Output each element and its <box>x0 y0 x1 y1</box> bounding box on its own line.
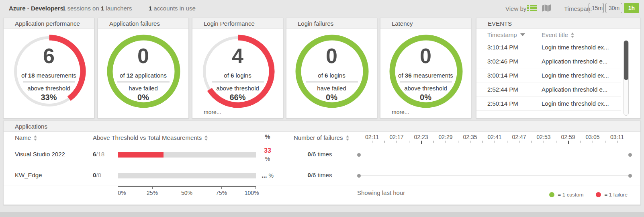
sort-name[interactable]: Name <box>15 134 37 141</box>
percent-cell: ... % <box>258 171 277 180</box>
gauge-value: 0 <box>420 45 431 67</box>
sessions-text: sessions on <box>67 5 99 12</box>
applications-title: Applications <box>4 121 640 132</box>
timeline-track <box>358 155 631 155</box>
map-view-icon[interactable] <box>542 4 551 12</box>
event-row[interactable]: 3:02:46 PM Application threshold e... <box>476 54 621 68</box>
gauge: 4 of 6 logins above threshold 66% <box>192 29 283 118</box>
event-timestamp: 2:50:14 PM <box>487 96 518 111</box>
event-row[interactable]: 2:52:44 PM Application threshold e... <box>476 82 621 96</box>
event-row[interactable]: 3:10:14 PM Login time threshold ex... <box>476 40 621 54</box>
gauge: 6 of 18 measurements above threshold 33% <box>4 29 94 118</box>
sort-percent[interactable]: % <box>258 133 277 140</box>
accounts-count: 1 <box>149 5 152 12</box>
gauge-divider <box>400 82 452 82</box>
accounts-text: accounts in use <box>154 5 196 12</box>
top-bar: Azure - Developers 1 sessions on 1 launc… <box>0 0 644 16</box>
measurements-count: 0/0 <box>93 172 101 178</box>
application-name: KW_Edge <box>15 172 42 178</box>
view-by-label: View by <box>505 5 526 12</box>
timespan-label: Timespan: <box>564 5 592 12</box>
events-panel: EVENTS Timestamp Event title 3:10:14 PM … <box>476 18 641 119</box>
timespan-30m-button[interactable]: 30m <box>605 3 622 13</box>
gauge-status-line: above threshold <box>404 85 447 92</box>
card-title: Application performance <box>4 18 94 29</box>
legend-custom: = 1 custom <box>549 192 584 198</box>
gauge-card-application-failures: Application failures 0 of 12 application… <box>98 18 189 119</box>
application-name: Visual Studio 2022 <box>15 151 65 158</box>
gauge-card-login-failures: Login failures 0 of 6 logins have failed… <box>286 18 377 119</box>
gauge-card-login-performance: Login Performance 4 of 6 logins above th… <box>192 18 283 119</box>
more-link[interactable]: more... <box>204 109 221 115</box>
sort-both-icon <box>204 135 208 141</box>
events-title: EVENTS <box>476 18 640 29</box>
card-title: Login Performance <box>192 18 283 29</box>
card-title: Application failures <box>98 18 188 29</box>
events-sort-title[interactable]: Event title <box>542 31 574 38</box>
gauge: 0 of 36 measurements above threshold 0% <box>380 29 471 118</box>
measurements-count: 6/18 <box>93 151 104 158</box>
sort-measurements[interactable]: Above Threshold vs Total Measurements <box>93 134 208 141</box>
card-title: Login failures <box>286 18 377 29</box>
gauge-divider <box>306 82 358 82</box>
event-title: Application threshold e... <box>542 82 607 96</box>
events-list: 3:10:14 PM Login time threshold ex... 3:… <box>476 40 621 111</box>
showing-last-hour-note: Showing last hour <box>357 189 405 196</box>
gauge-of-line: of 6 logins <box>224 72 251 79</box>
gauge-of-line: of 36 measurements <box>398 72 453 79</box>
applications-column-header: Name Above Threshold vs Total Measuremen… <box>4 132 640 144</box>
threshold-bar <box>118 152 256 158</box>
events-scrollbar-thumb[interactable] <box>624 41 628 80</box>
sort-both-icon <box>346 135 350 141</box>
card-title: Latency <box>380 18 471 29</box>
launchers-text: launchers <box>106 5 132 12</box>
failures-cell: 0/6 times <box>290 172 350 178</box>
list-view-icon[interactable] <box>527 5 537 12</box>
event-title: Login time threshold ex... <box>542 40 609 54</box>
more-link[interactable]: more... <box>392 109 409 115</box>
percent-cell: 33 % <box>258 146 277 163</box>
gauge-card-application-performance: Application performance 6 of 18 measurem… <box>3 18 94 119</box>
sort-failures[interactable]: Number of failures <box>294 134 350 141</box>
gauge-of-line: of 12 applications <box>120 72 167 79</box>
red-dot-icon <box>596 192 601 197</box>
event-title: Application threshold e... <box>542 54 607 68</box>
event-row[interactable]: 3:00:14 PM Login time threshold ex... <box>476 68 621 82</box>
gauge-percent: 33% <box>41 93 57 102</box>
gauge: 0 of 12 applications have failed 0% <box>98 29 188 118</box>
event-title: Login time threshold ex... <box>542 96 609 111</box>
gauge-value: 6 <box>43 45 55 67</box>
gauge-of-line: of 18 measurements <box>21 72 76 79</box>
accounts-stat: 1 accounts in use <box>149 5 196 12</box>
gauge-percent: 66% <box>229 93 245 102</box>
gauge-value: 0 <box>137 45 149 67</box>
application-row-kw-edge[interactable]: KW_Edge 0/0 ... % 0/6 times <box>4 165 640 186</box>
window-bottom-edge <box>0 212 644 217</box>
events-sort-timestamp[interactable]: Timestamp <box>487 31 525 38</box>
dashboard-screen: Azure - Developers 1 sessions on 1 launc… <box>0 0 644 217</box>
gauge-value: 0 <box>326 45 337 67</box>
gauge-percent: 0% <box>326 93 337 102</box>
gauge-of-line: of 6 logins <box>318 72 345 79</box>
gauge-value: 4 <box>232 45 243 67</box>
applications-panel: Applications Name Above Threshold vs Tot… <box>3 121 641 205</box>
sort-desc-icon <box>520 33 525 36</box>
timespan-1h-button[interactable]: 1h <box>624 3 639 13</box>
gauge: 0 of 6 logins have failed 0% <box>286 29 377 118</box>
events-scrollbar-track[interactable] <box>624 40 629 116</box>
events-column-header: Timestamp Event title <box>476 29 640 40</box>
event-row[interactable]: 2:50:14 PM Login time threshold ex... <box>476 96 621 111</box>
percent-axis: 0% 25% 50% 75% 100% <box>118 186 256 197</box>
event-title: Login time threshold ex... <box>542 68 609 82</box>
event-timestamp: 2:52:44 PM <box>487 82 518 96</box>
timespan-15m-button[interactable]: 15m <box>589 3 604 13</box>
timeline-track <box>358 176 631 176</box>
green-dot-icon <box>549 192 554 197</box>
launchers-count: 1 <box>101 5 104 12</box>
application-row-visual-studio[interactable]: Visual Studio 2022 6/18 33 % 0/6 times <box>4 144 640 165</box>
sessions-count: 1 <box>62 5 65 12</box>
legend-failure: = 1 failure <box>596 192 628 198</box>
timeline-ruler <box>372 141 617 144</box>
gauge-divider <box>23 82 75 82</box>
gauge-status-line: above threshold <box>216 85 259 92</box>
